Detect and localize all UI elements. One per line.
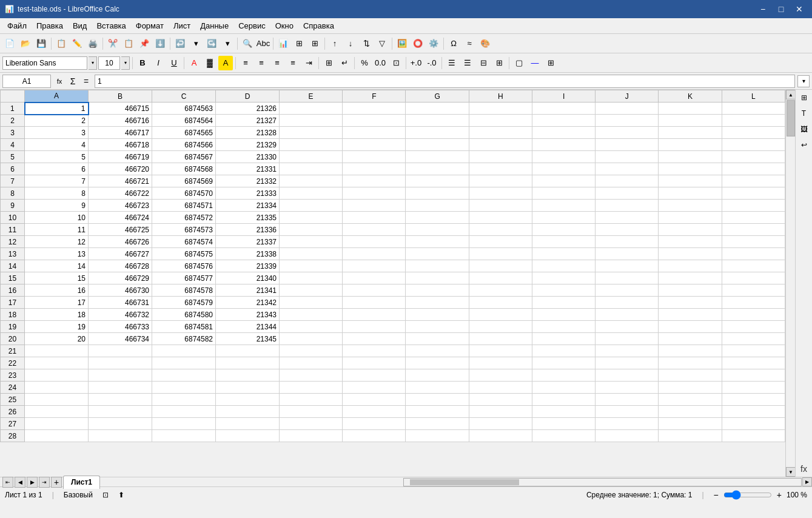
cell-empty[interactable] — [596, 284, 659, 297]
sheet-last-button[interactable]: ⇥ — [39, 477, 50, 488]
cell-empty[interactable] — [469, 272, 532, 284]
cell-empty[interactable] — [89, 357, 152, 369]
cell-empty[interactable] — [152, 418, 216, 430]
cell-empty[interactable] — [406, 115, 469, 127]
cell-a12[interactable]: 12 — [25, 236, 89, 248]
cell-empty[interactable] — [469, 297, 532, 309]
cell-empty[interactable] — [532, 175, 595, 187]
cell-empty[interactable] — [469, 369, 532, 382]
cell-d17[interactable]: 21342 — [216, 297, 280, 309]
cell-empty[interactable] — [722, 139, 785, 151]
cell-b17[interactable]: 466731 — [89, 297, 152, 309]
cell-empty[interactable] — [596, 394, 659, 406]
cell-empty[interactable] — [722, 175, 785, 187]
cell-empty[interactable] — [25, 369, 89, 382]
scroll-down-button[interactable]: ▼ — [786, 467, 796, 477]
sum-button[interactable]: Σ — [67, 75, 79, 87]
col-header-a[interactable]: A — [25, 90, 89, 103]
cell-c1[interactable]: 6874563 — [152, 103, 216, 115]
menu-insert[interactable]: Вставка — [92, 20, 130, 32]
row-number[interactable]: 18 — [1, 309, 25, 321]
cell-d16[interactable]: 21341 — [216, 284, 280, 297]
cell-empty[interactable] — [659, 151, 722, 163]
italic-button[interactable]: I — [151, 56, 166, 70]
cell-empty[interactable] — [469, 236, 532, 248]
cell-c12[interactable]: 6874574 — [152, 236, 216, 248]
cell-c13[interactable]: 6874575 — [152, 248, 216, 260]
grid-scroll[interactable]: A B C D E F G H I J K L — [0, 90, 785, 477]
cell-empty[interactable] — [469, 139, 532, 151]
cell-empty[interactable] — [343, 248, 406, 260]
cell-empty[interactable] — [722, 103, 785, 115]
cell-empty[interactable] — [722, 418, 785, 430]
cell-empty[interactable] — [532, 103, 595, 115]
cell-empty[interactable] — [280, 394, 343, 406]
cell-b5[interactable]: 466719 — [89, 151, 152, 163]
cell-a2[interactable]: 2 — [25, 115, 89, 127]
cell-empty[interactable] — [532, 272, 595, 284]
cell-empty[interactable] — [532, 151, 595, 163]
cell-empty[interactable] — [722, 284, 785, 297]
decrease-dec-button[interactable]: -.0 — [424, 56, 439, 70]
formula-input[interactable] — [95, 75, 795, 88]
cell-empty[interactable] — [406, 284, 469, 297]
cell-empty[interactable] — [343, 127, 406, 139]
cell-empty[interactable] — [89, 418, 152, 430]
cell-empty[interactable] — [469, 200, 532, 212]
cell-empty[interactable] — [659, 333, 722, 345]
cell-empty[interactable] — [532, 309, 595, 321]
cell-d1[interactable]: 21326 — [216, 103, 280, 115]
row-number[interactable]: 14 — [1, 260, 25, 272]
cell-empty[interactable] — [469, 418, 532, 430]
cell-b8[interactable]: 466722 — [89, 187, 152, 200]
cell-empty[interactable] — [722, 382, 785, 394]
cell-empty[interactable] — [152, 406, 216, 418]
cell-empty[interactable] — [280, 418, 343, 430]
cell-empty[interactable] — [532, 382, 595, 394]
cell-empty[interactable] — [722, 248, 785, 260]
save-button[interactable]: 💾 — [34, 36, 49, 51]
cell-empty[interactable] — [469, 321, 532, 333]
cell-empty[interactable] — [596, 382, 659, 394]
cell-empty[interactable] — [532, 406, 595, 418]
cell-c8[interactable]: 6874570 — [152, 187, 216, 200]
row-number[interactable]: 9 — [1, 200, 25, 212]
cell-empty[interactable] — [722, 151, 785, 163]
add-sheet-button[interactable]: + — [51, 477, 62, 488]
cell-empty[interactable] — [280, 127, 343, 139]
cell-empty[interactable] — [722, 187, 785, 200]
cell-empty[interactable] — [532, 284, 595, 297]
cell-empty[interactable] — [406, 430, 469, 442]
cell-empty[interactable] — [596, 115, 659, 127]
cell-empty[interactable] — [469, 224, 532, 236]
cell-empty[interactable] — [532, 187, 595, 200]
cell-b14[interactable]: 466728 — [89, 260, 152, 272]
cell-empty[interactable] — [89, 382, 152, 394]
cell-b18[interactable]: 466732 — [89, 309, 152, 321]
cell-empty[interactable] — [469, 382, 532, 394]
cell-empty[interactable] — [343, 272, 406, 284]
cell-empty[interactable] — [722, 297, 785, 309]
cell-empty[interactable] — [532, 345, 595, 357]
cell-a14[interactable]: 14 — [25, 260, 89, 272]
cell-a3[interactable]: 3 — [25, 127, 89, 139]
cell-empty[interactable] — [659, 248, 722, 260]
menu-view[interactable]: Вид — [68, 20, 92, 32]
cell-empty[interactable] — [596, 297, 659, 309]
cell-a17[interactable]: 17 — [25, 297, 89, 309]
col-header-j[interactable]: J — [596, 90, 659, 103]
cell-empty[interactable] — [596, 236, 659, 248]
cell-empty[interactable] — [406, 163, 469, 175]
cell-empty[interactable] — [722, 236, 785, 248]
cell-empty[interactable] — [659, 224, 722, 236]
highlight-button[interactable]: ▓ — [203, 56, 217, 70]
sheet-next-button[interactable]: ▶ — [27, 477, 38, 488]
cell-empty[interactable] — [343, 382, 406, 394]
cell-empty[interactable] — [280, 115, 343, 127]
border-style-button[interactable]: ▢ — [512, 56, 526, 70]
undo-button[interactable]: ↩️ — [173, 36, 187, 51]
cell-empty[interactable] — [659, 309, 722, 321]
bg-color-button[interactable]: A — [218, 56, 233, 70]
cell-c9[interactable]: 6874571 — [152, 200, 216, 212]
cell-empty[interactable] — [659, 394, 722, 406]
